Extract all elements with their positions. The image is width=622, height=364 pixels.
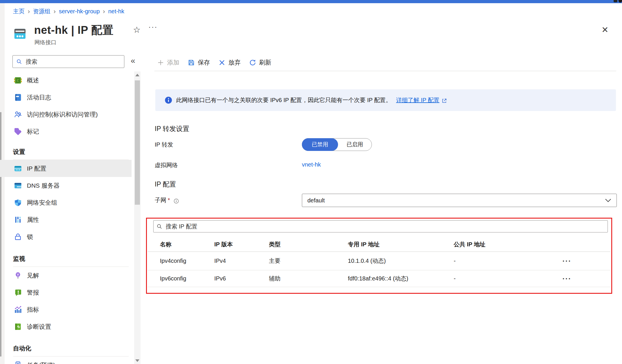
col-name: 名称 [160,241,214,248]
overview-icon [14,76,22,84]
page-title: net-hk | IP 配置 [34,23,114,38]
ip-config-search-input[interactable] [165,223,605,230]
alerts-icon [14,289,22,297]
breadcrumb-home[interactable]: 主页 [13,8,25,15]
sidebar-item-label: IP 配置 [27,165,46,173]
sidebar-section-monitoring: 监视 [0,245,132,267]
virtual-network-link[interactable]: vnet-hk [302,161,321,168]
discard-button[interactable]: 放弃 [219,58,241,66]
cell-name: Ipv6config [160,275,214,282]
sidebar-item-label: 概述 [27,76,39,84]
toggle-enabled-option[interactable]: 已启用 [338,138,372,151]
sidebar-item-ip-configurations[interactable]: IP 配置 [0,160,132,177]
insights-icon [14,271,22,280]
annotation-highlight-box: 名称 IP 版本 类型 专用 IP 地址 公共 IP 地址 Ipv4config… [146,218,612,294]
table-row-ipv6config[interactable]: Ipv6config IPv6 辅助 fdf0:18af:e496::4 (动态… [148,270,610,287]
virtual-network-label: 虚拟网络 [155,161,178,169]
favorite-star-icon[interactable]: ☆ [133,25,141,35]
toggle-disabled-option[interactable]: 已禁用 [302,138,338,151]
sidebar-item-locks[interactable]: 锁 [0,228,132,245]
save-button[interactable]: 保存 [188,58,210,66]
search-icon [156,223,163,230]
subnet-dropdown[interactable]: default [302,194,617,207]
scroll-down-icon[interactable] [134,357,141,364]
sidebar-item-metrics[interactable]: 指标 [0,301,132,318]
banner-text: 此网络接口已有一个与之关联的次要 IPv6 IP 配置，因此它只能有一个次要 I… [176,96,392,104]
scroll-up-icon[interactable] [134,71,141,78]
breadcrumb-separator: › [53,9,56,14]
col-private-ip: 专用 IP 地址 [348,241,454,248]
banner-learn-more-link[interactable]: 详细了解 IP 配置 [396,96,440,104]
sidebar-scrollbar[interactable] [134,71,141,364]
tag-icon [14,128,22,136]
breadcrumb: 主页 › 资源组 › server-hk-group › net-hk [13,8,124,15]
breadcrumb-net-hk[interactable]: net-hk [108,8,124,15]
ip-forwarding-settings-title: IP 转发设置 [155,124,189,133]
sidebar-item-label: 访问控制(标识和访问管理) [27,110,98,119]
sidebar-item-activity-log[interactable]: 活动日志 [0,89,132,106]
sidebar-item-tags[interactable]: 标记 [0,123,132,140]
page-subtitle: 网络接口 [34,39,56,46]
breadcrumb-server-hk-group[interactable]: server-hk-group [59,8,100,15]
sidebar-item-network-security-group[interactable]: 网络安全组 [0,194,132,211]
sidebar-item-dns-servers[interactable]: www DNS 服务器 [0,177,132,194]
sidebar-item-overview[interactable]: 概述 [0,72,132,89]
refresh-button[interactable]: 刷新 [249,58,271,66]
sidebar-item-label: DNS 服务器 [27,182,60,190]
access-control-icon [14,110,22,119]
toolbar-divider [154,71,616,71]
sidebar-item-label: 指标 [27,306,39,314]
sidebar-item-label: 活动日志 [27,93,51,101]
save-icon [188,59,195,66]
command-bar: 添加 保存 放弃 刷新 [157,57,271,68]
portal-top-bar [0,0,622,3]
add-icon [157,59,164,66]
blade-more-icon[interactable]: ··· [148,23,158,32]
table-header-row: 名称 IP 版本 类型 专用 IP 地址 公共 IP 地址 [148,237,610,252]
sidebar-item-properties[interactable]: 属性 [0,211,132,228]
subnet-info-icon[interactable] [174,198,179,204]
breadcrumb-resource-groups[interactable]: 资源组 [33,8,50,15]
refresh-icon [249,59,256,66]
network-interface-icon [13,27,27,40]
sidebar-item-label: 网络安全组 [27,199,57,207]
search-icon [16,59,22,65]
required-asterisk: * [168,197,170,204]
dns-servers-icon: www [14,182,22,190]
row-menu-icon[interactable]: ··· [562,260,610,263]
breadcrumb-separator: › [28,9,30,14]
cell-private-ip: fdf0:18af:e496::4 (动态) [348,275,454,282]
sidebar-item-access-control[interactable]: 访问控制(标识和访问管理) [0,106,132,123]
sidebar-item-label: 警报 [27,289,39,297]
cell-ip-version: IPv4 [214,258,269,264]
cell-public-ip: - [454,258,562,264]
locks-icon [14,233,22,241]
sidebar-item-diagnostic-settings[interactable]: 诊断设置 [0,318,132,335]
sidebar-item-label: 诊断设置 [27,323,51,331]
collapse-menu-icon[interactable]: « [131,56,135,65]
sidebar-item-tasks-preview[interactable]: 任务(预览) [0,356,132,364]
sidebar-item-label: 标记 [27,128,39,136]
cell-public-ip: - [454,275,562,282]
col-public-ip: 公共 IP 地址 [454,241,562,248]
add-button[interactable]: 添加 [157,58,179,66]
sidebar-scrollbar-thumb[interactable] [135,80,140,205]
sidebar-item-insights[interactable]: 见解 [0,267,132,284]
cell-private-ip: 10.1.0.4 (动态) [348,257,454,265]
subnet-selected-value: default [307,197,325,204]
cell-type: 主要 [269,257,348,265]
cell-ip-version: IPv6 [214,275,269,282]
col-ip-version: IP 版本 [214,241,269,248]
close-blade-icon[interactable]: ✕ [601,25,608,35]
diagnostic-settings-icon [14,323,22,331]
sidebar-search-input[interactable] [25,58,121,65]
sidebar-item-label: 任务(预览) [27,361,55,364]
table-row-ipv4config[interactable]: Ipv4config IPv4 主要 10.1.0.4 (动态) - ··· [148,252,610,270]
cell-type: 辅助 [269,275,348,282]
row-menu-icon[interactable]: ··· [562,277,610,280]
ip-forwarding-toggle: 已禁用 已启用 [302,138,372,151]
ip-configurations-icon [14,165,22,173]
discard-icon [219,59,225,66]
sidebar-item-alerts[interactable]: 警报 [0,284,132,301]
ip-forwarding-label: IP 转发 [155,141,173,149]
